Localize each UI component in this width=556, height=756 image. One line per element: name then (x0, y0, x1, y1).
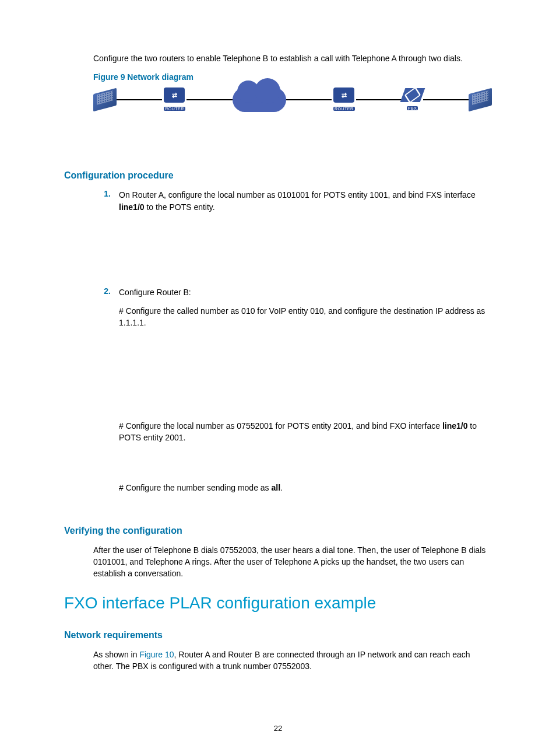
connector-line (286, 99, 332, 100)
intro-paragraph: Configure the two routers to enable Tele… (93, 52, 492, 64)
connector-line (423, 99, 469, 100)
router-arrows-icon: ⇄ (164, 88, 185, 103)
sub-step-text: # Configure the local number as 07552001… (119, 416, 492, 444)
pbx-icon: PBX (402, 88, 423, 111)
connector-line (186, 99, 232, 100)
figure-caption: Figure 9 Network diagram (93, 72, 492, 82)
verify-paragraph: After the user of Telephone B dials 0755… (93, 544, 492, 580)
router-arrows-icon: ⇄ (333, 88, 354, 103)
list-item-text: Configure Router B: (119, 286, 492, 298)
list-item: 1. On Router A, configure the local numb… (93, 189, 492, 213)
connector-line (356, 99, 402, 100)
heading-verifying-configuration: Verifying the configuration (64, 526, 492, 536)
list-item-text: On Router A, configure the local number … (119, 189, 492, 213)
sub-step-text: # Configure the called number as 010 for… (119, 302, 492, 329)
page-number: 22 (0, 724, 556, 733)
telephone-a-icon (93, 88, 117, 112)
router-b-icon: ⇄ ROUTER (332, 88, 356, 112)
ip-network-cloud-icon (233, 88, 286, 112)
network-diagram: ⇄ ROUTER ⇄ ROUTER PBX (93, 88, 492, 112)
sub-step-text: # Configure the number sending mode as a… (119, 478, 492, 494)
pbx-label: PBX (407, 106, 418, 110)
router-label: ROUTER (164, 107, 185, 111)
router-a-icon: ⇄ ROUTER (162, 88, 186, 112)
telephone-b-icon (469, 88, 492, 112)
heading-network-requirements: Network requirements (64, 630, 492, 640)
list-item: 2. Configure Router B: (93, 286, 492, 298)
figure-10-link[interactable]: Figure 10 (139, 650, 174, 659)
list-number: 2. (93, 286, 119, 298)
connector-line (117, 99, 162, 100)
router-label: ROUTER (333, 107, 355, 111)
heading-configuration-procedure: Configuration procedure (64, 170, 492, 181)
heading-fxo-plar-example: FXO interface PLAR configuration example (64, 594, 492, 612)
list-number: 1. (93, 189, 119, 213)
netreq-paragraph: As shown in Figure 10, Router A and Rout… (93, 649, 492, 673)
